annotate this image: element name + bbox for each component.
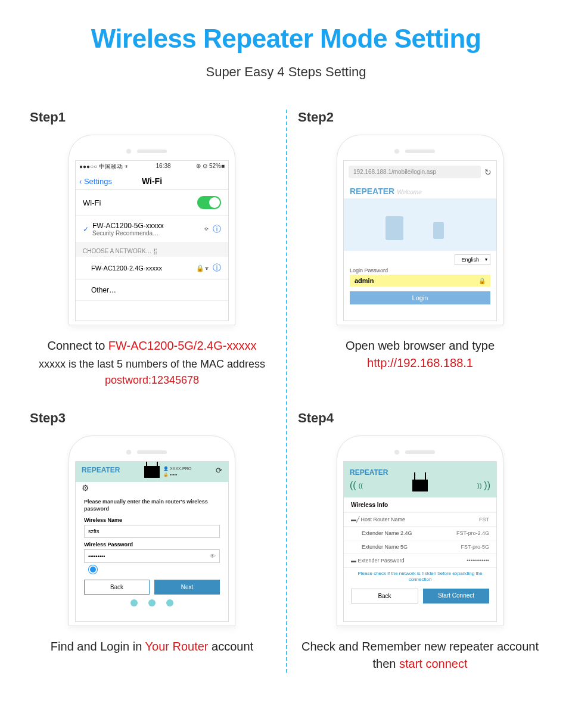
- signal-wave-icon: ((: [359, 482, 363, 489]
- wifi-connected-row[interactable]: ✓ FW-AC1200-5G-xxxxx Security Recommenda…: [76, 216, 228, 243]
- gear-icon[interactable]: ⚙: [82, 483, 89, 493]
- step2-screen: 192.168.188.1/mobile/login.asp ↻ REPEATE…: [343, 160, 497, 321]
- step2-caption: Open web browser and type http://192.168…: [298, 337, 542, 372]
- form-hint: Please manually enter the main router's …: [84, 499, 220, 512]
- signal-wave-icon: )): [477, 482, 481, 489]
- step4-cell: Step4 REPEATER (( (( )) )) Wireles: [286, 410, 554, 673]
- welcome-illustration: [344, 198, 496, 251]
- phone-earpiece: [137, 150, 167, 153]
- column-divider: [286, 110, 287, 673]
- language-select[interactable]: English: [455, 254, 490, 265]
- wifi-signal-icon: ᯤ ⓘ: [204, 224, 221, 235]
- step2-heading: Step2: [298, 110, 542, 125]
- refresh-icon[interactable]: ⟳: [216, 466, 222, 475]
- page-title: Wireless Repeater Mode Setting: [18, 24, 554, 54]
- check-icon: ✓: [83, 225, 89, 234]
- eye-icon[interactable]: 👁: [210, 553, 216, 559]
- step4-screen: REPEATER (( (( )) )) Wireless Info ▬╱ Ho…: [343, 461, 497, 622]
- cred-pw: 🔒 •••••: [163, 472, 191, 478]
- reload-icon[interactable]: ↻: [484, 167, 492, 177]
- wireless-name-label: Wireless Name: [84, 517, 220, 523]
- nav-title: Wi-Fi: [142, 176, 162, 186]
- login-password-label: Login Password: [350, 267, 496, 273]
- next-button[interactable]: Next: [154, 580, 220, 595]
- signal-wave-icon: )): [484, 480, 490, 491]
- status-time: 16:38: [156, 163, 171, 171]
- extender-pw-row: ▬ Extender Password••••••••••••: [344, 554, 496, 568]
- phone-earpiece: [405, 450, 435, 454]
- wifi-toggle[interactable]: [197, 196, 221, 209]
- repeater-title: REPEATER: [350, 468, 388, 477]
- phone-mock-step1: ●●●○○ 中国移动 ᯤ 16:38 ⊕ ⊙ 52%■ ‹ Settings W…: [69, 135, 235, 325]
- slider-thumb[interactable]: [89, 565, 97, 574]
- wireless-pw-input[interactable]: ••••••••• 👁: [84, 549, 220, 563]
- step1-cell: Step1 ●●●○○ 中国移动 ᯤ 16:38 ⊕ ⊙ 52%■ ‹ Sett…: [18, 110, 286, 387]
- step1-heading: Step1: [30, 110, 274, 125]
- phone-mock-step2: 192.168.188.1/mobile/login.asp ↻ REPEATE…: [337, 135, 503, 325]
- choose-network-header: CHOOSE A NETWORK… ⣯: [76, 243, 228, 257]
- page-subtitle: Super Easy 4 Steps Setting: [18, 64, 554, 80]
- start-connect-button[interactable]: Start Connect: [423, 589, 489, 603]
- progress-dot: [148, 599, 156, 606]
- cred-user: 👤 XXXX-PRO: [163, 466, 191, 472]
- phone-earpiece: [137, 450, 167, 454]
- ssid-main: FW-AC1200-5G-xxxxx: [92, 222, 164, 230]
- router-icon: [144, 466, 160, 478]
- back-button[interactable]: Back: [351, 589, 418, 603]
- phone-mock-step4: REPEATER (( (( )) )) Wireless Info ▬╱ Ho…: [337, 435, 503, 626]
- step1-screen: ●●●○○ 中国移动 ᯤ 16:38 ⊕ ⊙ 52%■ ‹ Settings W…: [75, 160, 229, 321]
- host-router-row: ▬╱ Host Router NameFST: [344, 513, 496, 527]
- wifi-lock-icon: 🔒ᯤ ⓘ: [196, 263, 221, 273]
- ssid-alt: FW-AC1200-2.4G-xxxxx: [83, 265, 162, 272]
- address-bar[interactable]: 192.168.188.1/mobile/login.asp: [349, 166, 481, 178]
- extender-24g-row: Extender Name 2.4GFST-pro-2.4G: [344, 527, 496, 540]
- step3-caption: Find and Login in Your Router account: [30, 638, 274, 655]
- back-button[interactable]: Back: [84, 580, 150, 595]
- router-icon: [412, 480, 428, 491]
- wifi-other-row[interactable]: Other…: [76, 280, 228, 301]
- status-carrier: ●●●○○ 中国移动 ᯤ: [79, 163, 130, 171]
- wireless-info-header: Wireless Info: [344, 497, 496, 513]
- step4-caption: Check and Remember new repeater account …: [298, 638, 542, 673]
- repeater-title: REPEATER: [82, 466, 120, 474]
- status-battery: ⊕ ⊙ 52%■: [196, 163, 225, 171]
- wireless-name-input[interactable]: szfts: [84, 525, 220, 538]
- login-button[interactable]: Login: [350, 291, 490, 304]
- nav-back-button[interactable]: ‹ Settings: [79, 177, 112, 186]
- wifi-toggle-label: Wi-Fi: [83, 198, 101, 207]
- progress-dot: [166, 599, 173, 606]
- network-note: Please check if the network is hidden be…: [344, 568, 496, 586]
- step2-cell: Step2 192.168.188.1/mobile/login.asp ↻ R…: [286, 110, 554, 387]
- step3-screen: REPEATER 👤 XXXX-PRO 🔒 ••••• ⟳ ⚙ Please: [75, 461, 229, 622]
- wifi-alt-row[interactable]: FW-AC1200-2.4G-xxxxx 🔒ᯤ ⓘ: [76, 257, 228, 280]
- lock-icon: 🔒: [478, 278, 486, 284]
- repeater-brand: REPEATERWelcome: [344, 183, 496, 196]
- extender-5g-row: Extender Name 5GFST-pro-5G: [344, 540, 496, 554]
- ssid-main-sub: Security Recommenda…: [92, 230, 164, 237]
- step3-heading: Step3: [30, 410, 274, 426]
- step3-cell: Step3 REPEATER 👤 XXXX-PRO 🔒 ••••• ⟳: [18, 410, 286, 673]
- signal-wave-icon: ((: [350, 480, 356, 491]
- step4-heading: Step4: [298, 410, 542, 426]
- step1-subcaption: xxxxx is the last 5 numbers of the MAC a…: [30, 358, 274, 371]
- password-input[interactable]: admin 🔒: [350, 275, 490, 287]
- step1-caption: Connect to FW-AC1200-5G/2.4G-xxxxx: [30, 337, 274, 354]
- wireless-pw-label: Wireless Password: [84, 542, 220, 547]
- phone-earpiece: [405, 150, 435, 153]
- phone-mock-step3: REPEATER 👤 XXXX-PRO 🔒 ••••• ⟳ ⚙ Please: [69, 435, 235, 626]
- step1-password: postword:12345678: [30, 374, 274, 387]
- progress-dot: [130, 599, 138, 606]
